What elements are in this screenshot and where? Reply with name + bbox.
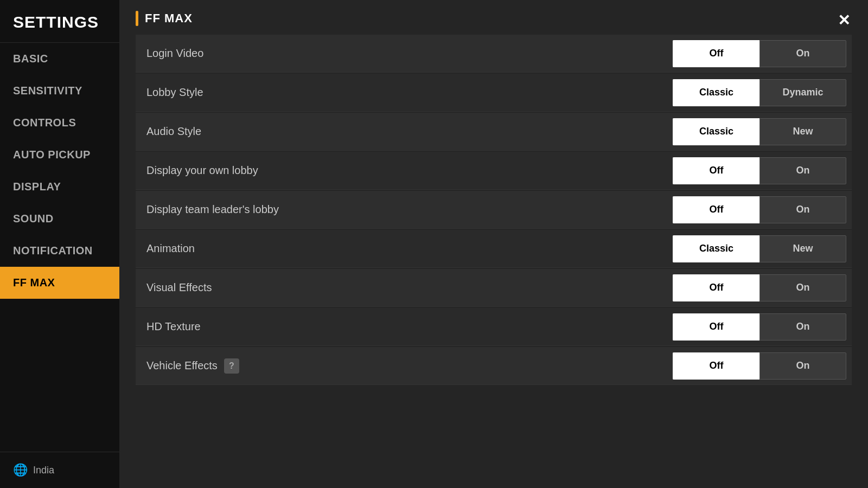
toggle-btn-login-video-off[interactable]: Off bbox=[673, 40, 760, 67]
toggle-group-animation: ClassicNew bbox=[673, 235, 846, 262]
setting-label-text-lobby-style: Lobby Style bbox=[146, 86, 203, 99]
help-icon-vehicle-effects[interactable]: ? bbox=[224, 358, 239, 374]
settings-row-animation: AnimationClassicNew bbox=[136, 230, 852, 268]
toggle-btn-vehicle-effects-off[interactable]: Off bbox=[673, 352, 760, 380]
sidebar-item-controls[interactable]: CONTROLS bbox=[0, 107, 119, 139]
toggle-btn-visual-effects-on[interactable]: On bbox=[760, 274, 846, 301]
setting-label-text-vehicle-effects: Vehicle Effects bbox=[146, 359, 218, 372]
main-content: FF MAX Login VideoOffOnLobby StyleClassi… bbox=[119, 0, 868, 488]
setting-label-text-visual-effects: Visual Effects bbox=[146, 281, 212, 294]
close-button[interactable]: ✕ bbox=[829, 5, 858, 35]
settings-row-lobby-style: Lobby StyleClassicDynamic bbox=[136, 74, 852, 112]
settings-row-display-own-lobby: Display your own lobbyOffOn bbox=[136, 152, 852, 190]
section-bar bbox=[136, 11, 138, 26]
toggle-btn-animation-new[interactable]: New bbox=[760, 235, 846, 262]
setting-label-text-audio-style: Audio Style bbox=[146, 125, 201, 138]
toggle-btn-audio-style-new[interactable]: New bbox=[760, 118, 846, 145]
setting-label-animation: Animation bbox=[136, 242, 673, 255]
setting-label-vehicle-effects: Vehicle Effects? bbox=[136, 358, 673, 374]
settings-list: Login VideoOffOnLobby StyleClassicDynami… bbox=[136, 35, 852, 385]
toggle-btn-lobby-style-classic[interactable]: Classic bbox=[673, 79, 760, 106]
sidebar-item-display[interactable]: DISPLAY bbox=[0, 171, 119, 203]
nav-items: BASICSENSITIVITYCONTROLSAUTO PICKUPDISPL… bbox=[0, 43, 119, 452]
toggle-group-visual-effects: OffOn bbox=[673, 274, 846, 301]
sidebar-item-sound[interactable]: SOUND bbox=[0, 203, 119, 235]
section-header: FF MAX bbox=[136, 11, 852, 26]
setting-label-lobby-style: Lobby Style bbox=[136, 86, 673, 99]
setting-label-login-video: Login Video bbox=[136, 47, 673, 60]
setting-label-hd-texture: HD Texture bbox=[136, 320, 673, 333]
toggle-btn-visual-effects-off[interactable]: Off bbox=[673, 274, 760, 301]
sidebar-item-ff-max[interactable]: FF MAX bbox=[0, 267, 119, 299]
setting-label-text-animation: Animation bbox=[146, 242, 195, 255]
setting-label-visual-effects: Visual Effects bbox=[136, 281, 673, 294]
globe-icon: 🌐 bbox=[13, 463, 28, 477]
setting-label-display-team-lobby: Display team leader's lobby bbox=[136, 203, 673, 216]
toggle-btn-display-team-lobby-off[interactable]: Off bbox=[673, 196, 760, 223]
sidebar-item-basic[interactable]: BASIC bbox=[0, 43, 119, 75]
setting-label-text-login-video: Login Video bbox=[146, 47, 203, 60]
sidebar-item-sensitivity[interactable]: SENSITIVITY bbox=[0, 75, 119, 107]
toggle-group-hd-texture: OffOn bbox=[673, 313, 846, 341]
toggle-group-display-own-lobby: OffOn bbox=[673, 157, 846, 184]
setting-label-text-hd-texture: HD Texture bbox=[146, 320, 201, 333]
toggle-btn-hd-texture-on[interactable]: On bbox=[760, 313, 846, 341]
toggle-btn-display-team-lobby-on[interactable]: On bbox=[760, 196, 846, 223]
setting-label-text-display-own-lobby: Display your own lobby bbox=[146, 164, 258, 177]
sidebar-item-auto-pickup[interactable]: AUTO PICKUP bbox=[0, 139, 119, 171]
toggle-group-login-video: OffOn bbox=[673, 40, 846, 67]
settings-title: SETTINGS bbox=[0, 0, 119, 43]
toggle-btn-login-video-on[interactable]: On bbox=[760, 40, 846, 67]
region-label: India bbox=[33, 465, 54, 476]
settings-row-login-video: Login VideoOffOn bbox=[136, 35, 852, 73]
setting-label-text-display-team-lobby: Display team leader's lobby bbox=[146, 203, 279, 216]
settings-row-vehicle-effects: Vehicle Effects?OffOn bbox=[136, 347, 852, 385]
toggle-btn-hd-texture-off[interactable]: Off bbox=[673, 313, 760, 341]
setting-label-audio-style: Audio Style bbox=[136, 125, 673, 138]
toggle-group-lobby-style: ClassicDynamic bbox=[673, 79, 846, 106]
setting-label-display-own-lobby: Display your own lobby bbox=[136, 164, 673, 177]
settings-row-visual-effects: Visual EffectsOffOn bbox=[136, 269, 852, 307]
toggle-group-vehicle-effects: OffOn bbox=[673, 352, 846, 380]
toggle-group-display-team-lobby: OffOn bbox=[673, 196, 846, 223]
sidebar-item-notification[interactable]: NOTIFICATION bbox=[0, 235, 119, 267]
toggle-btn-display-own-lobby-off[interactable]: Off bbox=[673, 157, 760, 184]
toggle-btn-vehicle-effects-on[interactable]: On bbox=[760, 352, 846, 380]
settings-row-display-team-lobby: Display team leader's lobbyOffOn bbox=[136, 191, 852, 229]
section-title: FF MAX bbox=[145, 11, 193, 25]
toggle-btn-audio-style-classic[interactable]: Classic bbox=[673, 118, 760, 145]
toggle-btn-lobby-style-dynamic[interactable]: Dynamic bbox=[760, 79, 846, 106]
settings-row-audio-style: Audio StyleClassicNew bbox=[136, 113, 852, 151]
toggle-btn-animation-classic[interactable]: Classic bbox=[673, 235, 760, 262]
sidebar: SETTINGS BASICSENSITIVITYCONTROLSAUTO PI… bbox=[0, 0, 119, 488]
sidebar-footer: 🌐 India bbox=[0, 452, 119, 488]
toggle-btn-display-own-lobby-on[interactable]: On bbox=[760, 157, 846, 184]
toggle-group-audio-style: ClassicNew bbox=[673, 118, 846, 145]
settings-row-hd-texture: HD TextureOffOn bbox=[136, 308, 852, 346]
